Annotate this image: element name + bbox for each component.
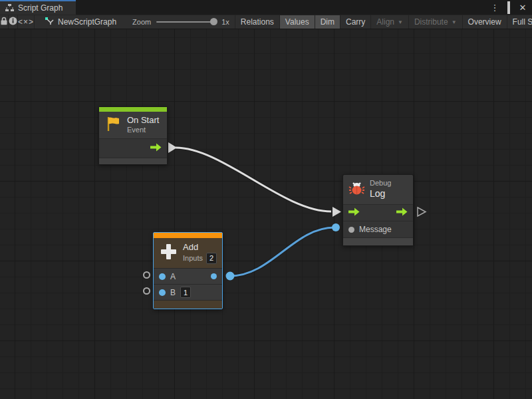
wire-end-arrowhead-port[interactable] (332, 207, 341, 217)
inputs-label: Inputs (183, 254, 203, 263)
unconnected-port-circle-a[interactable] (143, 271, 150, 279)
tab-bar: Script Graph ⋮ ✕ (0, 0, 532, 15)
debug-flow-row (343, 204, 413, 221)
bug-icon (348, 180, 365, 200)
maximize-icon[interactable] (504, 3, 513, 12)
node-add[interactable]: Add Inputs 2 A B 1 (153, 232, 223, 309)
graph-hierarchy-icon (5, 2, 14, 14)
node-subtitle: Event (127, 126, 159, 135)
values-button[interactable]: Values (280, 15, 315, 29)
wire-add-to-message[interactable] (230, 227, 334, 276)
wire-onstart-to-debuglog[interactable] (176, 148, 331, 211)
close-icon[interactable]: ✕ (518, 3, 527, 12)
chevron-down-icon: ▼ (398, 19, 403, 25)
add-orange-bar (154, 233, 222, 238)
tab-script-graph[interactable]: Script Graph (0, 0, 76, 15)
window-controls: ⋮ ✕ (490, 0, 532, 15)
debug-message-row: Message (343, 221, 413, 237)
add-header[interactable]: Add Inputs 2 (154, 238, 222, 268)
full-screen-button[interactable]: Full Screen (507, 15, 532, 29)
port-a-input[interactable] (159, 273, 166, 280)
node-title: Add (183, 242, 217, 253)
relations-button[interactable]: Relations (235, 15, 280, 29)
zoom-label: Zoom (132, 18, 151, 26)
add-port-a-row: A (154, 268, 222, 284)
unconnected-flow-triangle-port[interactable] (418, 207, 426, 216)
node-kicker: Debug (370, 179, 391, 188)
info-button[interactable] (9, 15, 18, 29)
wire-layer (0, 29, 532, 399)
port-b-label: B (170, 288, 176, 297)
add-port-b-row: B 1 (154, 284, 222, 300)
align-label: Align (376, 17, 394, 27)
node-debug-log[interactable]: Debug Log Message (342, 174, 414, 246)
align-button[interactable]: Align ▼ (371, 15, 409, 29)
plus-icon (159, 242, 178, 264)
wire-end-dot-port[interactable] (332, 223, 340, 231)
code-view-button[interactable]: <×> (18, 15, 35, 29)
unconnected-port-circle-b[interactable] (143, 287, 150, 295)
port-b-input[interactable] (159, 289, 166, 296)
graph-name-button[interactable]: NewScriptGraph (35, 15, 123, 29)
lock-icon (0, 17, 8, 27)
port-b-value-field[interactable]: 1 (180, 287, 191, 298)
node-title: On Start (127, 115, 159, 126)
distribute-label: Distribute (414, 17, 448, 27)
on-start-footer (99, 158, 167, 164)
script-graph-icon (45, 17, 54, 27)
event-green-bar (99, 107, 167, 112)
inputs-count-field[interactable]: 2 (206, 253, 217, 264)
info-icon (9, 17, 17, 27)
flag-icon (104, 115, 122, 136)
graph-canvas[interactable]: On Start Event D (0, 29, 532, 399)
debug-log-header[interactable]: Debug Log (343, 175, 413, 204)
toolbar: <×> NewScriptGraph Zoom 1x Relations Val… (0, 15, 532, 29)
zoom-control: Zoom 1x (123, 15, 235, 29)
message-port-label: Message (359, 225, 392, 234)
dim-button[interactable]: Dim (315, 15, 340, 29)
on-start-header[interactable]: On Start Event (99, 112, 167, 138)
wire-start-triangle-port[interactable] (168, 142, 177, 153)
wire-start-dot-port[interactable] (226, 272, 235, 281)
zoom-value: 1x (221, 18, 229, 26)
flow-output-arrow-icon[interactable] (150, 142, 162, 154)
lock-button[interactable] (0, 15, 9, 29)
tab-title: Script Graph (18, 3, 63, 13)
node-on-start-event[interactable]: On Start Event (98, 106, 168, 165)
zoom-slider[interactable] (156, 21, 216, 23)
carry-button[interactable]: Carry (340, 15, 371, 29)
flow-output-arrow-icon[interactable] (396, 207, 408, 219)
sum-output-port[interactable] (211, 273, 217, 279)
debug-log-footer (343, 237, 413, 245)
node-title: Log (370, 188, 391, 200)
menu-icon[interactable]: ⋮ (490, 3, 499, 12)
graph-name-label: NewScriptGraph (58, 17, 116, 27)
port-a-label: A (170, 272, 176, 281)
chevron-down-icon: ▼ (452, 19, 457, 25)
distribute-button[interactable]: Distribute ▼ (409, 15, 463, 29)
message-input-port[interactable] (348, 227, 354, 233)
zoom-slider-handle[interactable] (210, 18, 217, 25)
overview-button[interactable]: Overview (463, 15, 507, 29)
add-footer (154, 300, 222, 309)
on-start-flow-row (99, 138, 167, 158)
flow-input-arrow-icon[interactable] (348, 207, 360, 219)
